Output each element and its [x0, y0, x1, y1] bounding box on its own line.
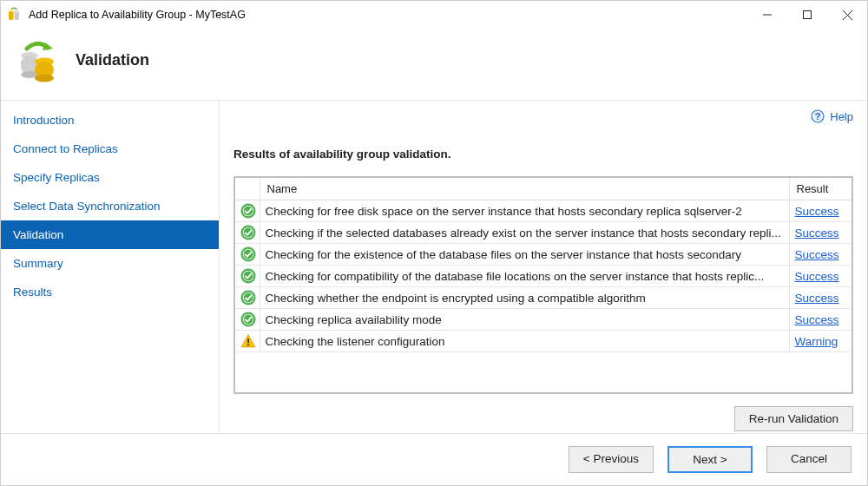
result-cell: Warning [789, 331, 852, 352]
status-cell [235, 331, 260, 352]
app-icon [6, 7, 22, 23]
main-pane: ? Help Results of availability group val… [220, 101, 867, 433]
status-cell [235, 287, 260, 309]
success-icon [240, 268, 256, 284]
minimize-button[interactable] [747, 1, 787, 29]
check-name: Checking the listener configuration [260, 331, 789, 352]
titlebar: Add Replica to Availability Group - MyTe… [1, 1, 867, 29]
result-cell: Success [789, 200, 852, 222]
page-header: Validation [1, 29, 867, 100]
col-header-name: Name [260, 178, 789, 200]
svg-point-13 [35, 75, 54, 82]
svg-rect-5 [804, 11, 812, 19]
check-name: Checking for the existence of the databa… [260, 244, 789, 266]
help-link[interactable]: ? Help [811, 109, 853, 123]
svg-text:?: ? [815, 111, 821, 122]
success-icon [240, 246, 256, 262]
validation-section-title: Results of availability group validation… [233, 148, 853, 161]
help-label: Help [830, 110, 853, 123]
maximize-button[interactable] [787, 1, 827, 29]
table-padding [235, 352, 852, 392]
previous-button[interactable]: < Previous [569, 446, 654, 473]
wizard-body: Introduction Connect to Replicas Specify… [1, 100, 867, 433]
close-icon [843, 10, 852, 20]
close-button[interactable] [827, 1, 867, 29]
result-link[interactable]: Success [795, 313, 839, 326]
window-controls [747, 1, 867, 29]
table-row: Checking if the selected databases alrea… [235, 222, 852, 244]
check-name: Checking if the selected databases alrea… [260, 222, 789, 244]
sidebar-item-select-data-sync[interactable]: Select Data Synchronization [1, 192, 219, 220]
result-cell: Success [789, 287, 852, 309]
minimize-icon [763, 10, 772, 19]
window-title: Add Replica to Availability Group - MyTe… [29, 9, 246, 21]
help-icon: ? [811, 109, 825, 123]
result-link[interactable]: Success [795, 205, 839, 218]
status-cell [235, 309, 260, 331]
check-name: Checking replica availability mode [260, 309, 789, 331]
wizard-steps-sidebar: Introduction Connect to Replicas Specify… [1, 101, 220, 433]
cancel-button[interactable]: Cancel [766, 446, 852, 473]
check-name: Checking for free disk space on the serv… [260, 200, 789, 222]
success-icon [240, 225, 256, 240]
status-cell [235, 222, 260, 244]
page-heading: Validation [76, 51, 149, 69]
check-name: Checking for compatibility of the databa… [260, 266, 789, 287]
svg-point-2 [9, 10, 13, 12]
validation-page-icon [13, 36, 62, 84]
check-name: Checking whether the endpoint is encrypt… [260, 287, 789, 309]
table-row: Checking for free disk space on the serv… [235, 200, 852, 222]
status-cell [235, 266, 260, 287]
success-icon [240, 312, 256, 327]
result-cell: Success [789, 222, 852, 244]
result-link[interactable]: Success [795, 270, 839, 283]
success-icon [240, 203, 256, 219]
rerun-validation-button[interactable]: Re-run Validation [734, 406, 853, 431]
table-row: Checking whether the endpoint is encrypt… [235, 287, 852, 309]
wizard-footer: < Previous Next > Cancel [1, 433, 867, 485]
sidebar-item-results[interactable]: Results [1, 278, 219, 306]
col-header-result: Result [789, 178, 852, 200]
table-row: Checking the listener configurationWarni… [235, 331, 852, 352]
sidebar-item-summary[interactable]: Summary [1, 249, 219, 278]
status-cell [235, 200, 260, 222]
wizard-window: Add Replica to Availability Group - MyTe… [0, 0, 868, 486]
result-link[interactable]: Success [795, 292, 839, 305]
svg-point-3 [15, 10, 19, 12]
sidebar-item-validation[interactable]: Validation [1, 220, 219, 249]
result-link[interactable]: Warning [795, 335, 838, 348]
warning-icon [240, 333, 256, 349]
success-icon [240, 290, 256, 305]
result-cell: Success [789, 266, 852, 287]
sidebar-item-introduction[interactable]: Introduction [1, 106, 219, 135]
table-row: Checking for compatibility of the databa… [235, 266, 852, 287]
status-cell [235, 244, 260, 266]
table-row: Checking replica availability modeSucces… [235, 309, 852, 331]
sidebar-item-specify-replicas[interactable]: Specify Replicas [1, 163, 219, 192]
sidebar-item-connect-replicas[interactable]: Connect to Replicas [1, 135, 219, 163]
next-button[interactable]: Next > [667, 446, 753, 473]
result-link[interactable]: Success [795, 227, 839, 240]
maximize-icon [803, 10, 812, 19]
validation-table: Name Result Checking for free disk space… [233, 176, 853, 394]
table-row: Checking for the existence of the databa… [235, 244, 852, 266]
result-cell: Success [789, 309, 852, 331]
result-link[interactable]: Success [795, 248, 839, 261]
col-header-status [235, 178, 260, 200]
result-cell: Success [789, 244, 852, 266]
